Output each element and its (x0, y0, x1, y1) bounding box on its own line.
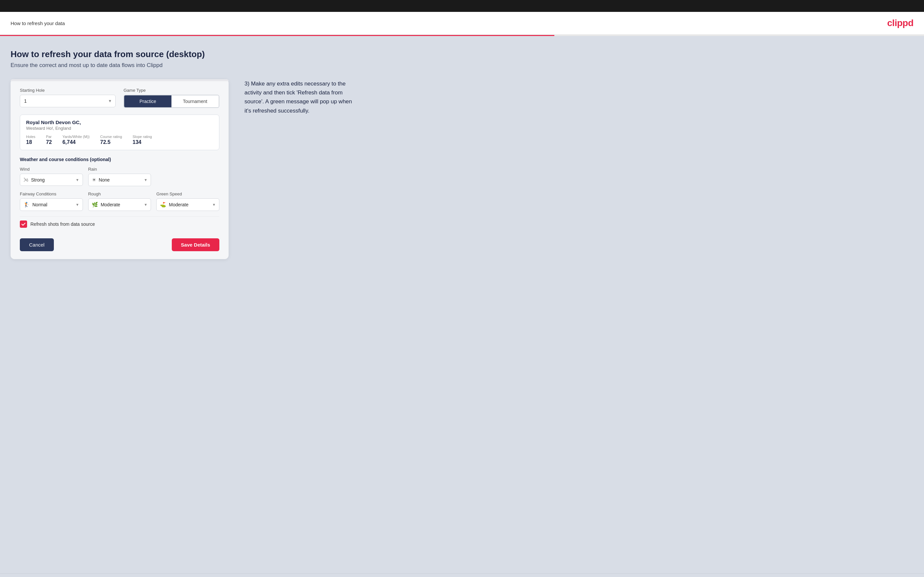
course-stats: Holes 18 Par 72 Yards/White (M)) 6,744 C… (26, 135, 213, 145)
holes-value: 18 (26, 139, 36, 145)
fairway-value: Normal (32, 202, 76, 207)
header-title: How to refresh your data (11, 21, 65, 26)
starting-hole-field: Starting Hole 1 ▼ (20, 88, 116, 108)
weather-section-label: Weather and course conditions (optional) (20, 157, 220, 162)
course-card: Royal North Devon GC, Westward Ho!, Engl… (20, 114, 220, 150)
wind-value: Strong (31, 177, 76, 182)
sidebar-description: 3) Make any extra edits necessary to the… (244, 79, 357, 115)
slope-rating-stat: Slope rating 134 (132, 135, 152, 145)
content-area: Starting Hole 1 ▼ Game Type Practice Tou… (11, 79, 913, 259)
course-location: Westward Ho!, England (26, 126, 213, 131)
rough-chevron-icon: ▼ (144, 203, 147, 206)
par-label: Par (46, 135, 52, 139)
rough-select[interactable]: 🌿 Moderate ▼ (88, 198, 151, 211)
slope-rating-label: Slope rating (132, 135, 152, 139)
yards-value: 6,744 (63, 139, 89, 145)
rain-chevron-icon: ▼ (144, 178, 147, 182)
holes-stat: Holes 18 (26, 135, 36, 145)
practice-button[interactable]: Practice (124, 95, 171, 107)
top-bar (0, 0, 924, 12)
par-value: 72 (46, 139, 52, 145)
sidebar-text: 3) Make any extra edits necessary to the… (244, 79, 357, 115)
course-rating-value: 72.5 (100, 139, 122, 145)
yards-stat: Yards/White (M)) 6,744 (63, 135, 89, 145)
green-speed-label: Green Speed (156, 192, 220, 197)
tournament-button[interactable]: Tournament (171, 95, 219, 107)
wind-select[interactable]: 🌬 Strong ▼ (20, 174, 83, 186)
fairway-icon: 🏌 (23, 202, 30, 208)
form-card: Starting Hole 1 ▼ Game Type Practice Tou… (11, 79, 229, 259)
fairway-field: Fairway Conditions 🏌 Normal ▼ (20, 192, 83, 211)
footer: Copyright Clippd 2022 (0, 573, 924, 577)
refresh-checkbox-label: Refresh shots from data source (31, 221, 95, 227)
par-stat: Par 72 (46, 135, 52, 145)
starting-hole-input[interactable]: 1 (20, 95, 115, 107)
page-heading: How to refresh your data from source (de… (11, 49, 913, 60)
game-type-toggle: Practice Tournament (124, 95, 220, 108)
actions-row: Cancel Save Details (20, 239, 220, 251)
course-rating-label: Course rating (100, 135, 122, 139)
main-content: How to refresh your data from source (de… (0, 36, 924, 573)
starting-hole-label: Starting Hole (20, 88, 116, 93)
holes-label: Holes (26, 135, 36, 139)
rough-label: Rough (88, 192, 151, 197)
wind-rain-row: Wind 🌬 Strong ▼ Rain ☀ None ▼ (20, 167, 220, 186)
cancel-button[interactable]: Cancel (20, 239, 54, 251)
green-speed-chevron-icon: ▼ (212, 203, 216, 206)
rain-select[interactable]: ☀ None ▼ (88, 174, 151, 186)
wind-icon: 🌬 (23, 177, 28, 182)
wind-chevron-icon: ▼ (76, 178, 79, 182)
wind-label: Wind (20, 167, 83, 172)
refresh-checkbox[interactable] (20, 221, 27, 228)
page-subheading: Ensure the correct and most up to date d… (11, 62, 913, 69)
save-button[interactable]: Save Details (172, 239, 220, 251)
fairway-chevron-icon: ▼ (76, 203, 79, 206)
green-speed-value: Moderate (169, 202, 212, 207)
green-speed-field: Green Speed ⛳ Moderate ▼ (156, 192, 220, 211)
header: How to refresh your data clippd (0, 12, 924, 35)
rough-icon: 🌿 (92, 202, 98, 208)
checkbox-row: Refresh shots from data source (20, 216, 220, 232)
green-speed-select[interactable]: ⛳ Moderate ▼ (156, 198, 220, 211)
yards-label: Yards/White (M)) (63, 135, 89, 139)
wind-field: Wind 🌬 Strong ▼ (20, 167, 83, 186)
game-type-label: Game Type (124, 88, 220, 93)
fairway-select[interactable]: 🏌 Normal ▼ (20, 198, 83, 211)
course-rating-stat: Course rating 72.5 (100, 135, 122, 145)
rain-field: Rain ☀ None ▼ (88, 167, 151, 186)
rain-icon: ☀ (92, 177, 96, 183)
fairway-label: Fairway Conditions (20, 192, 83, 197)
slope-rating-value: 134 (132, 139, 152, 145)
rain-label: Rain (88, 167, 151, 172)
card-top-strip (11, 79, 229, 81)
rain-placeholder (156, 167, 220, 186)
logo: clippd (887, 18, 913, 28)
rain-value: None (99, 177, 144, 182)
starting-hole-select[interactable]: 1 ▼ (20, 95, 116, 107)
conditions-row: Fairway Conditions 🏌 Normal ▼ Rough 🌿 Mo… (20, 192, 220, 211)
hole-gametype-row: Starting Hole 1 ▼ Game Type Practice Tou… (20, 88, 220, 108)
rough-field: Rough 🌿 Moderate ▼ (88, 192, 151, 211)
course-name: Royal North Devon GC, (26, 119, 213, 125)
game-type-field: Game Type Practice Tournament (124, 88, 220, 108)
green-speed-icon: ⛳ (160, 202, 166, 208)
rough-value: Moderate (101, 202, 144, 207)
